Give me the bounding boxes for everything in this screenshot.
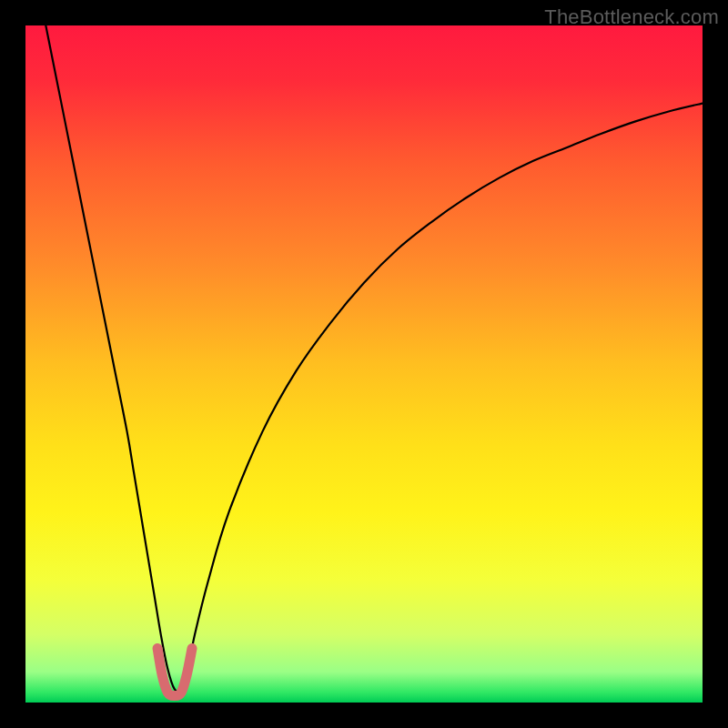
gradient-background: [25, 25, 703, 703]
plot-area: [25, 25, 703, 703]
chart-svg: [25, 25, 703, 703]
chart-frame: TheBottleneck.com: [0, 0, 728, 728]
